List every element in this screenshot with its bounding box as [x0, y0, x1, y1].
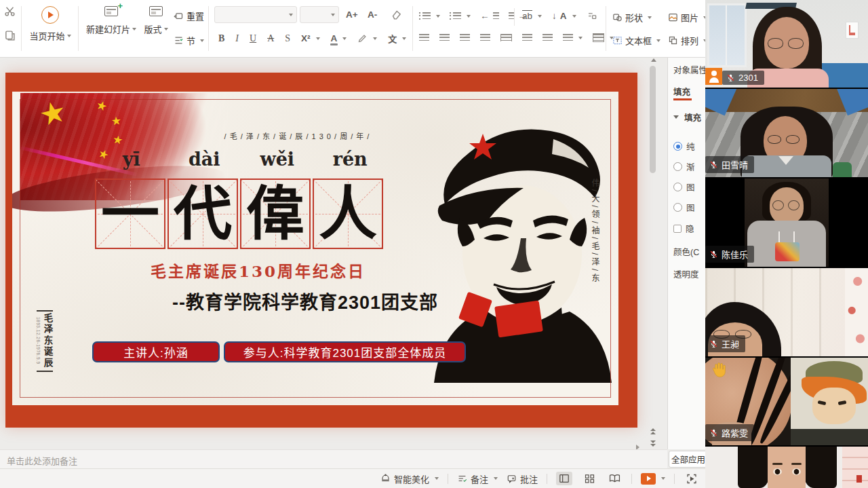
seal-bottom-rule: [37, 371, 53, 372]
highlight-pen-icon: [357, 33, 368, 43]
reset-button[interactable]: 重置: [174, 10, 204, 22]
fill-option-gradient[interactable]: 渐: [673, 160, 695, 173]
fullscreen-play-button[interactable]: [684, 472, 700, 485]
fill-option-pattern[interactable]: 图: [673, 201, 695, 214]
textbox-icon: [612, 35, 623, 45]
smart-beautify-button[interactable]: 智能美化: [380, 472, 439, 485]
textbox-button[interactable]: 文本框: [612, 34, 660, 47]
left-vertical-seal[interactable]: 1893.12.26-1976.9.9 毛泽东诞辰: [33, 309, 57, 373]
paste-button[interactable]: [4, 30, 16, 41]
notes-bar[interactable]: 单击此处添加备注: [0, 449, 667, 468]
title-character: 代: [169, 180, 237, 248]
numbered-list-button[interactable]: [450, 12, 471, 20]
line-spacing-button[interactable]: [563, 34, 583, 41]
fill-option-solid[interactable]: 纯: [673, 140, 695, 153]
align-center-button[interactable]: [439, 34, 450, 41]
font-name-select[interactable]: [214, 6, 297, 23]
video-feed-participant-1[interactable]: 2301: [705, 0, 868, 89]
video-feed-participant-6[interactable]: [705, 447, 868, 488]
underline-button[interactable]: U: [250, 33, 256, 44]
text-shadow-button[interactable]: S: [285, 33, 290, 44]
slide-header-line[interactable]: / 毛 / 泽 / 东 / 诞 / 辰 / 1 3 0 / 周 / 年 /: [134, 130, 460, 141]
clear-format-eraser-icon[interactable]: [391, 9, 402, 20]
slide-canvas[interactable]: ★ ★ ★ ★ ★: [0, 58, 667, 449]
comment-button[interactable]: 批注: [507, 472, 538, 485]
scroll-up-arrow[interactable]: [651, 58, 656, 62]
vertical-scrollbar[interactable]: [650, 66, 656, 424]
arrange-button[interactable]: 排列: [668, 34, 707, 47]
radio-icon[interactable]: [673, 183, 682, 191]
shapes-button[interactable]: 形状: [612, 11, 652, 24]
tab-fill[interactable]: 填充: [673, 85, 690, 98]
highlight-button[interactable]: [357, 33, 377, 43]
layout-button[interactable]: 版式: [141, 6, 171, 35]
convert-smartart-icon[interactable]: [587, 11, 597, 21]
increase-paragraph-space-button[interactable]: [522, 34, 532, 41]
participants-banner[interactable]: 参与人:科学教育2301团支部全体成员: [224, 341, 466, 362]
bullet-list-button[interactable]: [419, 12, 440, 20]
play-from-current-button[interactable]: 当页开始: [26, 6, 75, 42]
statusbar-divider: [547, 474, 547, 484]
increase-font-button[interactable]: A+: [346, 10, 358, 20]
normal-view-button[interactable]: [556, 472, 572, 485]
bold-button[interactable]: B: [218, 33, 224, 44]
title-character: 一: [96, 180, 164, 248]
font-color-button[interactable]: A: [331, 33, 347, 43]
right-vertical-text[interactable]: 伟/大/领/袖/毛/泽/东: [589, 179, 601, 341]
decrease-font-button[interactable]: A-: [368, 10, 377, 20]
video-feed-participant-2[interactable]: 田雪晴: [705, 89, 868, 179]
scrollbar-thumb[interactable]: [650, 66, 656, 173]
mic-muted-icon: [709, 339, 718, 348]
text-direction-button[interactable]: ↓A: [552, 11, 576, 21]
fill-option-picture[interactable]: 图: [673, 181, 695, 193]
picture-button[interactable]: 图片: [668, 11, 707, 24]
next-slide-button[interactable]: [647, 438, 659, 449]
previous-slide-button[interactable]: [647, 426, 659, 436]
slide-sorter-view-button[interactable]: [581, 472, 597, 485]
font-size-select[interactable]: [300, 6, 339, 23]
notes-button[interactable]: 备注: [457, 472, 498, 485]
new-slide-button[interactable]: + 新建幻灯片: [83, 6, 140, 35]
pinyin-row[interactable]: yī dài wěi rén: [95, 149, 387, 170]
pinyin-guide-button[interactable]: 文: [388, 32, 406, 45]
align-left-button[interactable]: [419, 34, 429, 41]
slide[interactable]: ★ ★ ★ ★ ★: [5, 73, 637, 428]
video-feed-participant-3[interactable]: 陈佳乐: [705, 179, 868, 268]
radio-selected-icon[interactable]: [673, 142, 682, 151]
italic-button[interactable]: I: [235, 33, 239, 44]
superscript-button[interactable]: X²: [301, 33, 320, 43]
radio-icon[interactable]: [673, 162, 682, 171]
video-feed-participant-4[interactable]: 王昶: [705, 268, 868, 358]
distribute-text-button[interactable]: [500, 34, 512, 41]
align-right-button[interactable]: [460, 34, 470, 41]
normal-view-icon: [559, 474, 570, 483]
character-grid-box: 偉: [240, 179, 311, 249]
video-feed-participant-5[interactable]: 路紫雯: [705, 358, 868, 447]
fill-hide-checkbox[interactable]: 隐: [673, 222, 694, 235]
paragraph-settings-button[interactable]: [593, 33, 614, 42]
title-character-grid[interactable]: 一 代 偉 人: [95, 179, 383, 249]
cut-button[interactable]: [4, 5, 16, 17]
properties-panel-title: 对象属性: [673, 63, 705, 76]
character-spacing-button[interactable]: ab: [522, 11, 542, 21]
statusbar-divider: [448, 474, 448, 484]
notes-placeholder: 单击此处添加备注: [7, 456, 77, 466]
comment-icon: [507, 474, 517, 483]
speaker-banner[interactable]: 主讲人:孙涵: [92, 341, 220, 362]
justify-button[interactable]: [480, 34, 490, 41]
red-subtitle[interactable]: 毛主席诞辰130周年纪念日: [151, 259, 366, 282]
black-subtitle[interactable]: --教育学院科学教育2301团支部: [172, 288, 438, 314]
mic-muted-icon: [709, 250, 718, 259]
picture-icon: [668, 12, 678, 22]
participant-name-label: 陈佳乐: [705, 246, 754, 263]
all-apps-button[interactable]: 全部应用: [669, 451, 708, 468]
reading-view-button[interactable]: [606, 472, 623, 485]
radio-icon[interactable]: [673, 203, 682, 212]
slideshow-play-button[interactable]: [641, 473, 665, 485]
decrease-paragraph-space-button[interactable]: [542, 34, 553, 41]
checkbox-icon[interactable]: [673, 225, 682, 233]
section-button[interactable]: 节: [174, 34, 204, 47]
strikethrough-button[interactable]: A: [267, 33, 274, 44]
decrease-indent-button[interactable]: ←: [480, 11, 499, 21]
fill-section-header[interactable]: 填充: [673, 111, 701, 124]
